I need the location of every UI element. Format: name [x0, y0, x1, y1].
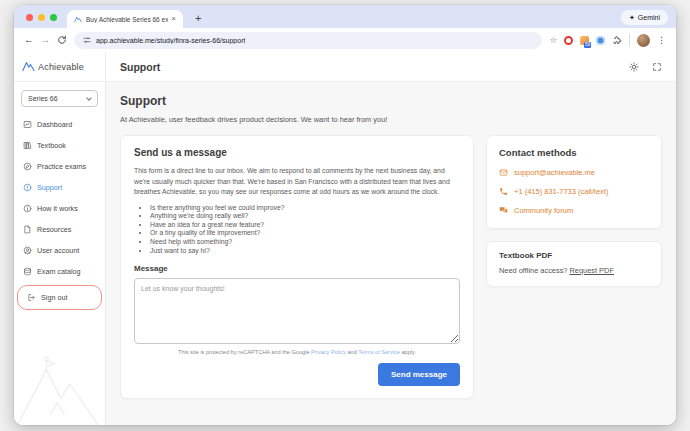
bullet-item: Have an idea for a great new feature?	[150, 221, 460, 228]
course-select[interactable]: Series 66	[21, 90, 98, 107]
topbar-icons	[629, 62, 662, 72]
contact-email-row: support@achievable.me	[499, 168, 649, 177]
sidebar-item-dashboard[interactable]: Dashboard	[14, 114, 105, 135]
textbook-pdf-card: Textbook PDF Need offline access? Reques…	[486, 241, 662, 287]
new-tab-button[interactable]: +	[195, 12, 201, 24]
recaptcha-notice: This site is protected by reCAPTCHA and …	[134, 349, 460, 355]
window-close-button[interactable]	[26, 14, 33, 21]
sidebar-item-label: Sign out	[41, 293, 67, 302]
sidebar-item-practice-exams[interactable]: Practice exams	[14, 156, 105, 177]
achievable-favicon-icon	[74, 16, 82, 23]
chevron-down-icon	[86, 95, 92, 101]
bullet-item: Need help with something?	[150, 238, 460, 245]
bullet-item: Anything we're doing really well?	[150, 212, 460, 219]
sidebar-item-label: Exam catalog	[37, 267, 81, 276]
sidebar-item-label: Textbook	[37, 141, 66, 150]
user-icon	[23, 246, 32, 255]
gemini-label: Gemini	[638, 14, 660, 21]
gemini-button[interactable]: ✦ Gemini	[621, 10, 668, 25]
file-icon	[23, 225, 32, 234]
theme-toggle-icon[interactable]	[629, 62, 639, 72]
profile-avatar[interactable]	[637, 34, 650, 47]
desktop-background: Buy Achievable Series 66 ex... × + ✦ Gem…	[0, 0, 690, 431]
card-title: Send us a message	[134, 147, 460, 158]
stack-icon	[23, 267, 32, 276]
request-pdf-link[interactable]: Request PDF	[570, 266, 614, 275]
terms-of-service-link[interactable]: Terms of Service	[358, 349, 400, 355]
sidebar-item-label: User account	[37, 246, 79, 255]
app-root: Achievable Series 66 Dashboard Textbook	[14, 52, 676, 425]
topbar-title: Support	[120, 61, 160, 73]
button-row: Send message	[134, 363, 460, 386]
textbook-pdf-line: Need offline access? Request PDF	[499, 266, 649, 275]
browser-tab[interactable]: Buy Achievable Series 66 ex... ×	[67, 10, 183, 28]
logout-icon	[27, 293, 36, 302]
contact-phone-row: +1 (415) 831-7733 (call/text)	[499, 187, 649, 196]
sidebar-item-label: How it works	[37, 204, 78, 213]
tab-close-icon[interactable]: ×	[172, 15, 176, 23]
extensions-puzzle-icon[interactable]	[612, 35, 622, 45]
sidebar-item-support[interactable]: Support	[14, 177, 105, 198]
achievable-logo-icon	[22, 61, 35, 72]
browser-toolbar: ← → app.achievable.me/study/finra-series…	[14, 28, 676, 52]
window-zoom-button[interactable]	[50, 14, 57, 21]
extension-orange-icon[interactable]: 59	[580, 36, 589, 45]
fullscreen-icon[interactable]	[652, 62, 662, 72]
window-minimize-button[interactable]	[38, 14, 45, 21]
dashboard-icon	[23, 120, 32, 129]
send-message-button[interactable]: Send message	[378, 363, 460, 386]
sidebar-item-label: Support	[37, 183, 62, 192]
sidebar-item-textbook[interactable]: Textbook	[14, 135, 105, 156]
extension-red-icon[interactable]	[564, 36, 573, 45]
support-email-link[interactable]: support@achievable.me	[514, 168, 595, 177]
bookmark-star-icon[interactable]: ☆	[549, 35, 557, 45]
sidebar-item-resources[interactable]: Resources	[14, 219, 105, 240]
bullet-item: Or a tiny quality of life improvement?	[150, 229, 460, 236]
browser-tabstrip: Buy Achievable Series 66 ex... × + ✦ Gem…	[14, 5, 676, 28]
privacy-policy-link[interactable]: Privacy Policy	[311, 349, 346, 355]
sidebar-item-how-it-works[interactable]: How it works	[14, 198, 105, 219]
back-icon[interactable]: ←	[24, 35, 34, 45]
page-subtitle: At Achievable, user feedback drives prod…	[120, 115, 662, 124]
main-panel: Support Support At Achievable, user feed…	[106, 52, 676, 425]
page-title: Support	[120, 94, 662, 108]
card-title: Contact methods	[499, 147, 649, 158]
textbook-question: Need offline access?	[499, 266, 570, 275]
sidebar-item-label: Practice exams	[37, 162, 86, 171]
extension-badge: 59	[584, 42, 591, 48]
community-forum-link[interactable]: Community forum	[514, 206, 573, 215]
sidebar-item-user-account[interactable]: User account	[14, 240, 105, 261]
reload-icon[interactable]	[57, 35, 67, 45]
feedback-bullets: Is there anything you feel we could impr…	[134, 204, 460, 254]
forum-chat-icon	[499, 206, 508, 215]
browser-window: Buy Achievable Series 66 ex... × + ✦ Gem…	[14, 5, 676, 425]
bullet-item: Is there anything you feel we could impr…	[150, 204, 460, 211]
site-settings-icon[interactable]	[83, 36, 91, 44]
contact-forum-row: Community forum	[499, 206, 649, 215]
url-text: app.achievable.me/study/finra-series-66/…	[96, 37, 245, 44]
support-phone-link[interactable]: +1 (415) 831-7733 (call/text)	[514, 187, 608, 196]
card-title: Textbook PDF	[499, 251, 649, 260]
sidebar-item-exam-catalog[interactable]: Exam catalog	[14, 261, 105, 282]
sidebar: Achievable Series 66 Dashboard Textbook	[14, 52, 106, 425]
support-chat-icon	[23, 183, 32, 192]
sidebar-item-sign-out[interactable]: Sign out	[18, 286, 101, 309]
tab-title: Buy Achievable Series 66 ex...	[86, 16, 168, 23]
envelope-icon	[499, 168, 508, 177]
achievable-watermark-icon	[14, 357, 104, 425]
right-column: Contact methods support@achievable.me +1…	[486, 135, 662, 287]
recaptcha-text: apply.	[400, 349, 416, 355]
message-input[interactable]	[134, 278, 460, 344]
send-message-card: Send us a message This form is a direct …	[120, 135, 474, 399]
app-logo[interactable]: Achievable	[14, 52, 105, 82]
window-controls	[26, 14, 57, 21]
bullet-item: Just want to say hi?	[150, 247, 460, 254]
main-topbar: Support	[106, 52, 676, 82]
book-icon	[23, 141, 32, 150]
browser-menu-icon[interactable]: ⋮	[657, 35, 666, 45]
url-bar[interactable]: app.achievable.me/study/finra-series-66/…	[74, 32, 542, 49]
phone-icon	[499, 187, 508, 196]
app-logo-label: Achievable	[38, 62, 84, 72]
extension-blue-icon[interactable]	[596, 36, 605, 45]
forward-icon[interactable]: →	[41, 35, 51, 45]
